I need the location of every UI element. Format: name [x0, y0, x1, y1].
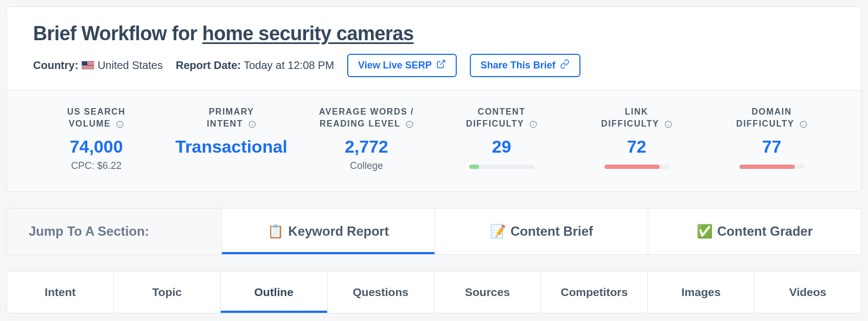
stat-primary-intent: PRIMARY INTENT Transactional	[164, 106, 299, 172]
tab-keyword-report[interactable]: 📋Keyword Report	[222, 209, 435, 254]
country-value: United States	[98, 59, 163, 71]
stat-value: 77	[710, 137, 834, 157]
report-date-group: Report Date: Today at 12:08 PM	[176, 59, 334, 72]
meta-row: Country: United States Report Date: Toda…	[33, 54, 835, 77]
info-icon[interactable]	[248, 121, 256, 128]
difficulty-bar	[469, 165, 534, 169]
bar-fill	[739, 165, 795, 169]
country-label: Country:	[33, 59, 78, 71]
card-header: Brief Workflow for home security cameras…	[7, 7, 861, 90]
sub-tab-topic[interactable]: Topic	[114, 272, 221, 313]
stat-sub: College	[304, 160, 429, 172]
share-brief-label: Share This Brief	[481, 60, 556, 71]
title-keyword: home security cameras	[202, 22, 414, 45]
info-icon[interactable]	[800, 121, 807, 128]
stat-value: 74,000	[34, 137, 158, 157]
view-live-serp-label: View Live SERP	[358, 60, 432, 71]
stat-label: LINK DIFFICULTY	[575, 106, 699, 130]
bar-fill	[604, 165, 660, 169]
stat-avg-words: AVERAGE WORDS / READING LEVEL 2,772 Coll…	[299, 106, 434, 172]
stat-search-volume: US SEARCH VOLUME 74,000 CPC: $6.22	[29, 106, 164, 172]
page-title: Brief Workflow for home security cameras	[33, 22, 835, 45]
bar-fill	[469, 165, 479, 169]
stat-value: 72	[575, 137, 699, 157]
title-prefix: Brief Workflow for	[33, 22, 202, 45]
info-icon[interactable]	[665, 121, 672, 128]
clipboard-icon: 📋	[267, 224, 284, 238]
stat-label: US SEARCH VOLUME	[34, 106, 158, 130]
check-icon: ✅	[697, 224, 713, 238]
us-flag-icon	[81, 61, 94, 70]
info-icon[interactable]	[116, 121, 124, 128]
sub-tab-images[interactable]: Images	[648, 272, 755, 313]
sub-tab-sources[interactable]: Sources	[435, 272, 541, 313]
sub-tab-intent[interactable]: Intent	[7, 272, 114, 313]
memo-icon: 📝	[490, 224, 506, 238]
sub-tab-competitors[interactable]: Competitors	[541, 272, 648, 313]
external-link-icon	[436, 59, 446, 72]
sub-tab-outline[interactable]: Outline	[221, 272, 328, 313]
difficulty-bar	[604, 165, 669, 169]
stat-label: CONTENT DIFFICULTY	[439, 106, 564, 130]
stat-label: AVERAGE WORDS / READING LEVEL	[304, 106, 429, 130]
stat-link-difficulty: LINK DIFFICULTY 72	[569, 106, 704, 172]
stat-value: 2,772	[304, 137, 429, 157]
stat-value: Transactional	[169, 137, 293, 157]
stat-label: PRIMARY INTENT	[169, 106, 293, 130]
link-icon	[560, 59, 570, 72]
report-date-value: Today at 12:08 PM	[244, 59, 334, 71]
stat-domain-difficulty: DOMAIN DIFFICULTY 77	[704, 106, 839, 172]
tab-content-brief[interactable]: 📝Content Brief	[435, 209, 648, 254]
stat-content-difficulty: CONTENT DIFFICULTY 29	[434, 106, 569, 172]
report-date-label: Report Date:	[176, 59, 241, 71]
stat-sub: CPC: $6.22	[34, 160, 158, 172]
view-live-serp-button[interactable]: View Live SERP	[347, 54, 457, 77]
section-tabs: Jump To A Section: 📋Keyword Report 📝Cont…	[7, 208, 861, 255]
sub-tabs: Intent Topic Outline Questions Sources C…	[7, 271, 861, 313]
brief-summary-card: Brief Workflow for home security cameras…	[7, 7, 861, 192]
country-group: Country: United States	[33, 59, 163, 72]
sub-tab-questions[interactable]: Questions	[328, 272, 435, 313]
stat-value: 29	[439, 137, 564, 157]
difficulty-bar	[739, 165, 805, 169]
share-brief-button[interactable]: Share This Brief	[470, 54, 580, 77]
tab-content-grader[interactable]: ✅Content Grader	[648, 209, 861, 254]
info-icon[interactable]	[529, 121, 537, 128]
sub-tab-videos[interactable]: Videos	[755, 272, 861, 313]
stat-label: DOMAIN DIFFICULTY	[710, 106, 834, 130]
info-icon[interactable]	[406, 121, 413, 128]
svg-line-0	[440, 60, 444, 65]
stats-row: US SEARCH VOLUME 74,000 CPC: $6.22 PRIMA…	[7, 90, 861, 191]
section-tabs-lead: Jump To A Section:	[7, 209, 222, 254]
